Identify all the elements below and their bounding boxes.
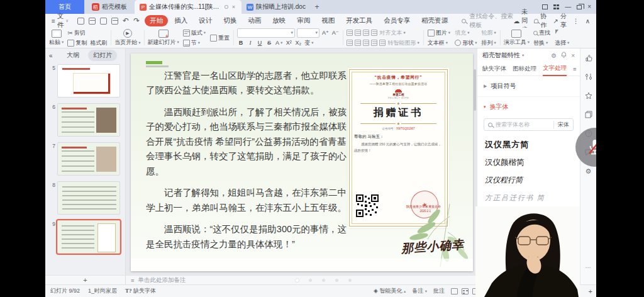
slides-tab[interactable]: 幻灯片	[88, 50, 117, 61]
new-slide-button[interactable]: 新建幻灯片▾	[148, 30, 179, 47]
windows-copy-icon[interactable]	[584, 110, 593, 119]
close-panel-icon[interactable]: ×	[571, 52, 575, 59]
slide-thumbnail[interactable]: 8	[48, 181, 125, 215]
ribbon-tab[interactable]: 插入	[169, 15, 192, 26]
tab-docer-template[interactable]: 稻 稻壳模板	[84, 0, 135, 14]
align-left-icon[interactable]	[347, 40, 353, 46]
indent-decrease-icon[interactable]	[363, 30, 369, 36]
normal-view-icon[interactable]	[451, 288, 458, 294]
ribbon-tab[interactable]: 会员专享	[379, 15, 415, 26]
fill-button[interactable]: 填充▾	[454, 29, 470, 37]
increase-font-button[interactable]: A⁺	[321, 30, 330, 36]
export-icon[interactable]	[111, 18, 118, 25]
select-button[interactable]: 选择▾	[554, 39, 570, 47]
print-icon[interactable]	[100, 18, 107, 25]
side-toolbar-more[interactable]: ⋯	[580, 264, 596, 271]
ribbon-tab[interactable]: 审阅	[292, 15, 315, 26]
superscript-button[interactable]: X²	[285, 40, 292, 46]
play-from-current-button[interactable]: ▶ 当页开始▾	[114, 29, 140, 47]
notes-toggle-button[interactable]: 备注 ▾	[412, 287, 427, 295]
slide-thumbnail-preview[interactable]	[57, 103, 120, 137]
ribbon-tab[interactable]: 切换	[218, 15, 242, 26]
align-center-icon[interactable]	[355, 40, 361, 46]
ribbon-tab[interactable]: 视图	[316, 15, 340, 26]
ribbon-tab[interactable]: 开始	[145, 15, 168, 26]
font-color-button[interactable]: A▾	[275, 40, 283, 46]
slide-thumbnail[interactable]: 5	[48, 64, 125, 98]
collaborate-button[interactable]: 协作	[534, 12, 547, 30]
slide-thumbnail[interactable]: 6	[48, 103, 125, 137]
canvas-scrollbar[interactable]	[474, 69, 476, 111]
picture-button[interactable]: 图片▾	[427, 29, 451, 37]
convert-smartart-button[interactable]: 转智能图形▾	[387, 39, 420, 47]
gear-icon[interactable]: ⚙	[551, 52, 557, 59]
output-icon[interactable]	[89, 18, 96, 25]
layout-button[interactable]: 版式▾	[182, 29, 206, 37]
bullets-section[interactable]: ▶ 项目符号	[477, 76, 580, 97]
save-icon[interactable]	[77, 18, 84, 25]
font-family-combo[interactable]	[237, 28, 295, 38]
command-search[interactable]: 查找命令、搜索模板	[462, 12, 513, 30]
align-right-icon[interactable]	[363, 40, 369, 46]
indent-increase-icon[interactable]	[371, 30, 377, 36]
change-font-section[interactable]: ▾ 换字体	[477, 97, 580, 117]
more-menu-icon[interactable]: ⋮	[573, 18, 579, 25]
carousel-dot[interactable]	[335, 279, 338, 282]
justify-icon[interactable]	[371, 40, 377, 46]
font-option[interactable]: 汉仪程行简	[485, 171, 572, 189]
properties-sliders-icon[interactable]	[584, 72, 593, 81]
font-option[interactable]: 方正吕迁行书 简	[485, 189, 572, 206]
collapse-panel-button[interactable]: «	[49, 52, 53, 59]
like-icon[interactable]	[584, 53, 593, 62]
chevron-down-icon[interactable]: ▾	[522, 53, 524, 58]
missing-font-status[interactable]: T? 缺失字体	[125, 287, 156, 295]
carousel-dot[interactable]	[296, 279, 299, 282]
outline-tab[interactable]: 大纲	[62, 50, 84, 61]
slide-thumbnail[interactable]: 9	[48, 220, 125, 254]
textbox-button[interactable]: 文本框▾	[427, 39, 448, 47]
panel-tab[interactable]: 图标处理	[513, 62, 536, 76]
editing-canvas[interactable]: 汪警官是一名山区助学的志愿者，他立即联系了陕西公益大使温西顺，要转交这笔捐款。温…	[126, 48, 477, 275]
close-tab-icon[interactable]: ×	[231, 4, 236, 10]
bell-icon[interactable]	[561, 52, 567, 59]
font-option[interactable]: 汉仪颜楷简	[485, 154, 572, 171]
carousel-dot[interactable]	[309, 279, 312, 282]
slide-9[interactable]: 汪警官是一名山区助学的志愿者，他立即联系了陕西公益大使温西顺，要转交这笔捐款。温…	[131, 53, 473, 271]
add-slide-button[interactable]: +	[83, 276, 87, 284]
copy-button[interactable]: 复制	[67, 39, 87, 47]
collapse-ribbon-icon[interactable]: ∧	[586, 18, 590, 25]
slide-thumbnail-preview[interactable]	[57, 220, 120, 254]
slide-thumbnail-preview[interactable]	[57, 181, 120, 215]
paste-button[interactable]: 粘贴▾	[49, 30, 64, 47]
outline-button[interactable]: 轮廓▾	[480, 29, 496, 37]
font-option[interactable]: 汉仪黑方简	[485, 136, 572, 154]
slide-body-text[interactable]: 汪警官是一名山区助学的志愿者，他立即联系了陕西公益大使温西顺，要转交这笔捐款。温…	[146, 69, 348, 259]
tab-document-ppt[interactable]: P 全媒体传播的实...11[陕理工] ×	[135, 0, 242, 14]
italic-button[interactable]: I	[247, 40, 254, 46]
panel-tab-overflow-icon[interactable]: ≡	[573, 65, 577, 72]
align-text-button[interactable]: 对齐文本▾	[379, 29, 406, 37]
line-spacing-icon[interactable]	[379, 40, 386, 46]
underline-button[interactable]: U	[256, 40, 264, 46]
number-list-icon[interactable]	[355, 30, 361, 36]
carousel-dot[interactable]	[322, 279, 325, 282]
panel-tab[interactable]: 缺失字体	[482, 62, 506, 76]
slide-thumbnail-preview[interactable]	[57, 64, 120, 98]
ribbon-tab[interactable]: 稻壳资源	[416, 15, 453, 26]
replace-button[interactable]: 替换▾	[533, 39, 548, 47]
smart-beautify-button[interactable]: ◈ 智能美化 ▴	[374, 287, 406, 295]
present-tools-button[interactable]: 演示工具▾	[504, 30, 530, 47]
current-font-badge[interactable]: 宋体	[553, 121, 569, 129]
settings-gear-icon[interactable]: ⚙	[584, 167, 593, 176]
comments-button[interactable]: 批注	[433, 287, 445, 295]
undo-icon[interactable]: ↶	[123, 16, 129, 25]
strikethrough-button[interactable]: S	[265, 40, 273, 46]
ribbon-tab[interactable]: 开发工具	[341, 15, 377, 26]
ribbon-tab[interactable]: 设计	[194, 15, 217, 26]
panel-tab[interactable]: 文字处理	[543, 62, 567, 76]
redo-icon[interactable]: ↷	[133, 16, 140, 25]
slide-sorter-icon[interactable]	[462, 288, 469, 294]
reset-button[interactable]: 重置	[209, 34, 230, 42]
section-button[interactable]: 节▾	[182, 39, 201, 47]
theme-name-status[interactable]: 1_时尚家居	[88, 287, 117, 295]
